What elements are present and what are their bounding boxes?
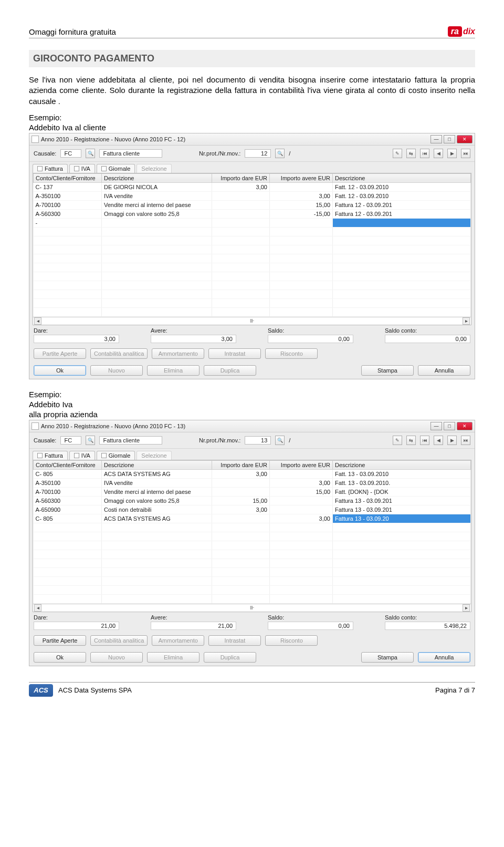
table-row[interactable]: C- 137DE GIORGI NICOLA3,00Fatt. 12 - 03.… [34,182,471,191]
h-scrollbar[interactable]: ◂ ⊪ ▸ [33,317,471,325]
nav-prev-icon[interactable]: ◀ [434,149,443,158]
cell[interactable] [102,218,212,227]
cell[interactable]: C- 805 [34,469,102,478]
ok-button[interactable]: Ok [34,652,86,663]
table-row[interactable] [34,576,471,585]
nav-icon[interactable]: ⇆ [406,436,416,445]
cell[interactable]: Fattura 13 - 03.09.201 [333,505,471,514]
col-conto[interactable]: Conto/Cliente/Fornitore [34,460,102,469]
cell[interactable]: A-700100 [34,487,102,496]
table-row[interactable]: A-700100Vendite merci al interno del pae… [34,487,471,496]
cell[interactable]: 3,00 [270,514,333,523]
cell[interactable]: ACS DATA SYSTEMS AG [102,514,212,523]
cell[interactable]: 3,00 [270,478,333,487]
minimize-button[interactable]: — [430,135,442,143]
cell[interactable]: Vendite merci al interno del paese [102,487,212,496]
cell[interactable]: IVA vendite [102,478,212,487]
stampa-button[interactable]: Stampa [361,652,414,663]
col-desc2[interactable]: Descrizione [333,460,471,469]
cell[interactable]: - [34,218,102,227]
cell[interactable]: 3,00 [270,191,333,200]
table-row[interactable]: - [34,218,471,227]
cell[interactable] [270,496,333,505]
table-row[interactable] [34,550,471,559]
causale-code[interactable]: FC [60,149,81,158]
cell[interactable]: C- 137 [34,182,102,191]
table-row[interactable] [34,227,471,236]
table-row[interactable] [34,281,471,290]
table-row[interactable] [34,307,471,316]
scroll-left-icon[interactable]: ◂ [34,604,41,612]
tab-giornale[interactable]: Giornale [97,451,135,460]
cell[interactable] [333,218,471,227]
stampa-button[interactable]: Stampa [361,365,414,376]
lookup-icon[interactable]: 🔍 [86,149,95,158]
table-row[interactable]: A-350100IVA vendite3,00Fatt. 12 - 03.09.… [34,191,471,200]
cell[interactable]: A-350100 [34,191,102,200]
col-descr[interactable]: Descrizione [102,173,212,182]
col-conto[interactable]: Conto/Cliente/Fornitore [34,173,102,182]
cell[interactable]: A-560300 [34,209,102,218]
close-button[interactable]: ✕ [457,135,472,143]
lookup-icon[interactable]: 🔍 [86,436,95,445]
cell[interactable]: Fatt. 12 - 03.09.2010 [333,191,471,200]
table-row[interactable] [34,541,471,550]
tab-fattura[interactable]: Fattura [33,451,68,460]
tab-iva[interactable]: IVA [69,164,95,173]
causale-code[interactable]: FC [60,436,81,445]
table-row[interactable]: A-560300Omaggi con valore sotto 25,8-15,… [34,209,471,218]
minimize-button[interactable]: — [430,422,442,430]
table-row[interactable] [34,298,471,307]
cell[interactable]: Fatt. 12 - 03.09.2010 [333,182,471,191]
cell[interactable] [212,191,270,200]
nav-next-icon[interactable]: ▶ [447,436,457,445]
cell[interactable]: Fattura 13 - 03.09.20 [333,514,471,523]
nav-icon[interactable]: ⇆ [406,149,416,158]
tab-giornale[interactable]: Giornale [97,164,135,173]
table-row[interactable]: C- 805ACS DATA SYSTEMS AG3,00Fatt. 13 - … [34,469,471,478]
cell[interactable]: 3,00 [212,505,270,514]
table-row[interactable] [34,532,471,541]
cell[interactable]: ACS DATA SYSTEMS AG [102,469,212,478]
cell[interactable]: A-350100 [34,478,102,487]
table-row[interactable]: A-560300Omaggi con valore sotto 25,815,0… [34,496,471,505]
cell[interactable] [212,478,270,487]
maximize-button[interactable]: □ [444,422,455,430]
table-row[interactable]: A-700100Vendite merci al interno del pae… [34,200,471,209]
nrprot-value[interactable]: 12 [245,149,271,158]
table-row[interactable] [34,585,471,594]
cell[interactable]: A-650900 [34,505,102,514]
cell[interactable] [212,200,270,209]
nav-next-icon[interactable]: ▶ [447,149,457,158]
cell[interactable]: C- 805 [34,514,102,523]
table-row[interactable] [34,263,471,272]
cell[interactable]: Omaggi con valore sotto 25,8 [102,496,212,505]
maximize-button[interactable]: □ [444,135,455,143]
scroll-right-icon[interactable]: ▸ [463,604,470,612]
journal-grid[interactable]: Conto/Cliente/Fornitore Descrizione Impo… [33,173,471,317]
ok-button[interactable]: Ok [34,365,86,376]
table-row[interactable] [34,254,471,263]
cell[interactable]: Vendite merci al interno del paese [102,200,212,209]
nav-first-icon[interactable]: ⏮ [420,149,429,158]
cell[interactable]: Fatt. 13 - 03.09.2010 [333,469,471,478]
nav-prev-icon[interactable]: ◀ [434,436,443,445]
cell[interactable]: Fattura 12 - 03.09.201 [333,200,471,209]
search-icon[interactable]: 🔍 [275,149,285,158]
table-row[interactable] [34,567,471,576]
cell[interactable]: 15,00 [212,496,270,505]
tab-fattura[interactable]: Fattura [33,164,68,173]
cell[interactable]: DE GIORGI NICOLA [102,182,212,191]
table-row[interactable]: A-350100IVA vendite3,00Fatt. 13 - 03.09.… [34,478,471,487]
nav-first-icon[interactable]: ⏮ [420,436,429,445]
cell[interactable]: Fatt. 13 - 03.09.2010. [333,478,471,487]
scroll-right-icon[interactable]: ▸ [463,317,470,325]
cell[interactable]: IVA vendite [102,191,212,200]
col-avere[interactable]: Importo avere EUR [270,460,333,469]
cell[interactable] [212,209,270,218]
tool-icon[interactable]: ✎ [393,436,402,445]
cell[interactable]: 15,00 [270,487,333,496]
cell[interactable]: -15,00 [270,209,333,218]
cell[interactable] [270,505,333,514]
table-row[interactable]: A-650900Costi non detraibili3,00Fattura … [34,505,471,514]
